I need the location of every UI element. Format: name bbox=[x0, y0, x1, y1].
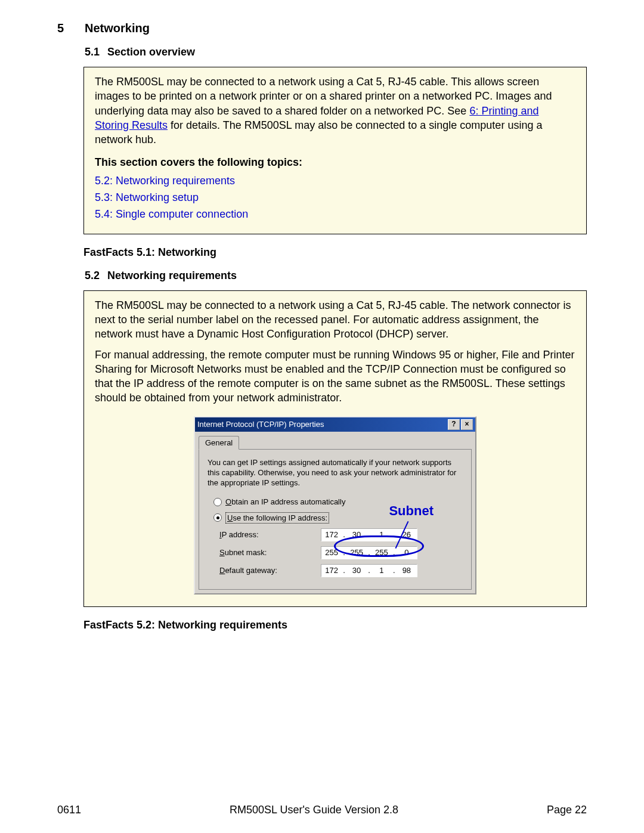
radio-icon bbox=[213, 513, 222, 522]
overview-box: The RM500SL may be connected to a networ… bbox=[83, 67, 587, 234]
requirements-p1: The RM500SL may be connected to a networ… bbox=[95, 298, 575, 342]
subnet-mask-input[interactable]: 255. 255. 255. 0 bbox=[321, 546, 417, 559]
footer-right: Page 22 bbox=[547, 804, 587, 816]
chapter-title: Networking bbox=[85, 21, 150, 35]
close-button[interactable]: × bbox=[461, 419, 473, 430]
requirements-p2: For manual addressing, the remote comput… bbox=[95, 348, 575, 405]
fastfacts-5-1: FastFacts 5.1: Networking bbox=[83, 246, 587, 259]
field-subnet-mask: Subnet mask: 255. 255. 255. 0 bbox=[219, 546, 463, 559]
dialog-screenshot: Internet Protocol (TCP/IP) Properties ? … bbox=[95, 411, 575, 597]
footer-left: 0611 bbox=[57, 804, 81, 816]
dialog-description: You can get IP settings assigned automat… bbox=[208, 458, 463, 488]
document-page: 5Networking 5.1Section overview The RM50… bbox=[0, 0, 644, 833]
subnet-annotation: Subnet bbox=[389, 502, 434, 520]
overview-paragraph: The RM500SL may be connected to a networ… bbox=[95, 75, 575, 147]
dialog-title: Internet Protocol (TCP/IP) Properties bbox=[197, 419, 324, 430]
radio-icon bbox=[213, 498, 222, 506]
section-title: Networking requirements bbox=[107, 270, 237, 281]
fastfacts-5-2: FastFacts 5.2: Networking requirements bbox=[83, 619, 587, 631]
dialog-titlebar: Internet Protocol (TCP/IP) Properties ? … bbox=[195, 417, 475, 432]
section-number: 5.2 bbox=[85, 270, 107, 282]
section-heading-5-1: 5.1Section overview bbox=[57, 46, 587, 58]
toc-heading: This section covers the following topics… bbox=[95, 155, 575, 169]
section-title: Section overview bbox=[107, 46, 195, 58]
tab-general[interactable]: General bbox=[199, 436, 239, 450]
page-footer: 0611 RM500SL User's Guide Version 2.8 Pa… bbox=[57, 804, 587, 816]
radio-label: Obtain an IP address automatically bbox=[225, 497, 345, 507]
tcpip-properties-dialog: Internet Protocol (TCP/IP) Properties ? … bbox=[194, 416, 476, 594]
toc-link-5-3[interactable]: 5.3: Networking setup bbox=[95, 190, 575, 205]
subnet-mask-label: Subnet mask: bbox=[219, 547, 309, 558]
requirements-box: The RM500SL may be connected to a networ… bbox=[83, 290, 587, 607]
help-button[interactable]: ? bbox=[448, 419, 460, 430]
field-ip-address: IP address: 172. 30. 1. 26 bbox=[219, 528, 463, 541]
section-heading-5-2: 5.2Networking requirements bbox=[57, 270, 587, 282]
default-gateway-label: Default gateway: bbox=[219, 565, 309, 576]
default-gateway-input[interactable]: 172. 30. 1. 98 bbox=[321, 564, 417, 577]
chapter-heading: 5Networking bbox=[57, 21, 587, 35]
ip-address-label: IP address: bbox=[219, 529, 309, 540]
radio-label: Use the following IP address: bbox=[225, 512, 329, 524]
dialog-panel: You can get IP settings assigned automat… bbox=[199, 449, 472, 590]
chapter-number: 5 bbox=[57, 21, 85, 35]
toc-link-5-4[interactable]: 5.4: Single computer connection bbox=[95, 207, 575, 221]
tab-row: General bbox=[195, 432, 475, 450]
footer-center: RM500SL User's Guide Version 2.8 bbox=[230, 804, 398, 816]
toc-link-5-2[interactable]: 5.2: Networking requirements bbox=[95, 174, 575, 188]
field-default-gateway: Default gateway: 172. 30. 1. 98 bbox=[219, 564, 463, 577]
section-number: 5.1 bbox=[85, 46, 107, 58]
